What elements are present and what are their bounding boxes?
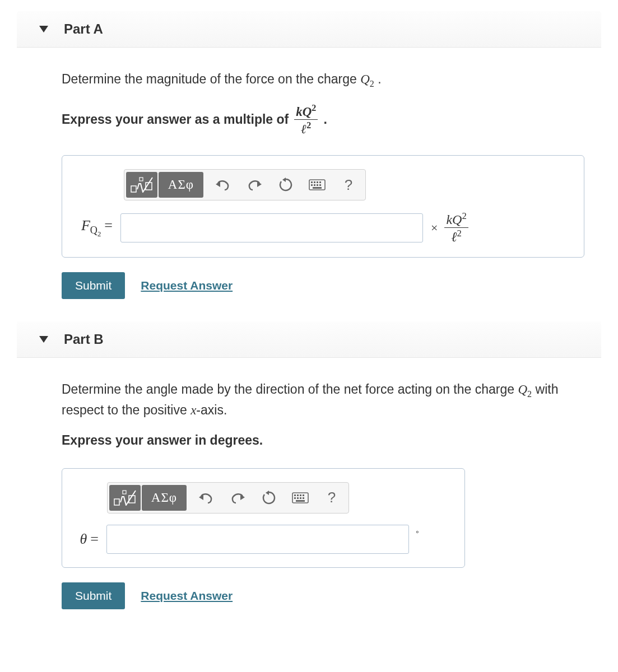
- svg-rect-13: [314, 184, 315, 186]
- svg-rect-14: [317, 184, 318, 186]
- svg-rect-27: [300, 494, 301, 496]
- reset-button[interactable]: [270, 171, 301, 198]
- svg-rect-26: [297, 494, 299, 496]
- part-b-answer-box: ΑΣφ ? θ=: [62, 468, 465, 568]
- undo-button[interactable]: [207, 171, 239, 198]
- prompt-text: Determine the magnitude of the force on …: [62, 72, 360, 86]
- part-b-prompt: Determine the angle made by the directio…: [62, 380, 584, 419]
- reset-button[interactable]: [253, 484, 285, 511]
- lhs-theta: θ=: [73, 531, 99, 548]
- page-container: Part A Determine the magnitude of the fo…: [0, 0, 618, 643]
- part-b-answer-input[interactable]: [106, 525, 409, 554]
- submit-button[interactable]: Submit: [62, 272, 125, 299]
- part-b-input-row: θ= °: [73, 525, 453, 554]
- prompt-text-end: .: [374, 72, 382, 86]
- caret-down-icon: [39, 26, 48, 32]
- templates-button[interactable]: [126, 172, 157, 198]
- svg-rect-8: [311, 181, 313, 183]
- part-a-input-row: FQ2= × kQ2 ℓ2: [73, 212, 573, 244]
- caret-down-icon: [39, 336, 48, 343]
- part-a-body: Determine the magnitude of the force on …: [17, 48, 601, 321]
- express-text: Express your answer as a multiple of: [62, 112, 289, 127]
- prompt-post: -axis.: [196, 403, 227, 417]
- svg-rect-31: [300, 497, 301, 499]
- svg-rect-32: [303, 497, 304, 499]
- var-Q2: Q2: [360, 72, 374, 86]
- greek-button[interactable]: ΑΣφ: [142, 485, 187, 511]
- part-a-answer-box: ΑΣφ ? FQ2=: [62, 155, 584, 258]
- help-button[interactable]: ?: [333, 171, 364, 198]
- redo-button[interactable]: [222, 484, 253, 511]
- fraction-kQ2-l2: kQ2 ℓ2: [294, 104, 318, 135]
- part-b-express: Express your answer in degrees.: [62, 433, 584, 448]
- svg-rect-12: [311, 184, 313, 186]
- keyboard-button[interactable]: [301, 171, 333, 198]
- var-x: x: [190, 403, 196, 417]
- svg-rect-9: [314, 181, 315, 183]
- svg-rect-3: [140, 178, 143, 181]
- part-b-body: Determine the angle made by the directio…: [17, 358, 601, 631]
- equation-toolbar: ΑΣφ ?: [124, 169, 366, 200]
- svg-rect-10: [317, 181, 318, 183]
- svg-rect-20: [123, 491, 126, 494]
- svg-marker-23: [266, 491, 269, 495]
- part-b-actions: Submit Request Answer: [62, 582, 584, 609]
- svg-marker-17: [39, 336, 48, 343]
- svg-rect-33: [296, 500, 305, 502]
- help-button[interactable]: ?: [316, 484, 347, 511]
- prompt-text: Determine the angle made by the directio…: [62, 382, 518, 396]
- svg-rect-28: [303, 494, 304, 496]
- svg-rect-16: [313, 187, 322, 189]
- part-a-title: Part A: [64, 21, 103, 37]
- express-text-end: .: [323, 112, 327, 127]
- svg-rect-15: [319, 184, 321, 186]
- svg-marker-0: [39, 26, 48, 32]
- keyboard-button[interactable]: [285, 484, 316, 511]
- request-answer-link[interactable]: Request Answer: [141, 279, 233, 292]
- part-a-express: Express your answer as a multiple of kQ2…: [62, 104, 584, 135]
- svg-marker-6: [282, 178, 286, 182]
- svg-rect-11: [319, 181, 321, 183]
- request-answer-link[interactable]: Request Answer: [141, 589, 233, 603]
- part-a-header[interactable]: Part A: [17, 11, 601, 48]
- part-a-actions: Submit Request Answer: [62, 272, 584, 299]
- equation-toolbar: ΑΣφ ?: [107, 482, 349, 514]
- lhs-FQ2: FQ2=: [73, 217, 113, 239]
- svg-rect-30: [297, 497, 299, 499]
- svg-rect-18: [114, 499, 119, 505]
- unit-degrees: °: [417, 535, 420, 544]
- svg-rect-1: [131, 186, 136, 192]
- undo-button[interactable]: [190, 484, 222, 511]
- express-text: Express your answer in degrees.: [62, 433, 263, 448]
- greek-button[interactable]: ΑΣφ: [159, 172, 203, 198]
- part-a-answer-input[interactable]: [120, 213, 423, 242]
- var-Q2: Q2: [518, 382, 532, 396]
- part-a-prompt: Determine the magnitude of the force on …: [62, 70, 584, 90]
- part-b-title: Part B: [64, 332, 104, 347]
- part-b-header[interactable]: Part B: [17, 321, 601, 358]
- submit-button[interactable]: Submit: [62, 582, 125, 609]
- svg-rect-29: [294, 497, 296, 499]
- redo-button[interactable]: [239, 171, 270, 198]
- unit-kQ2-l2: × kQ2 ℓ2: [431, 212, 471, 244]
- templates-button[interactable]: [109, 485, 141, 511]
- svg-rect-25: [294, 494, 296, 496]
